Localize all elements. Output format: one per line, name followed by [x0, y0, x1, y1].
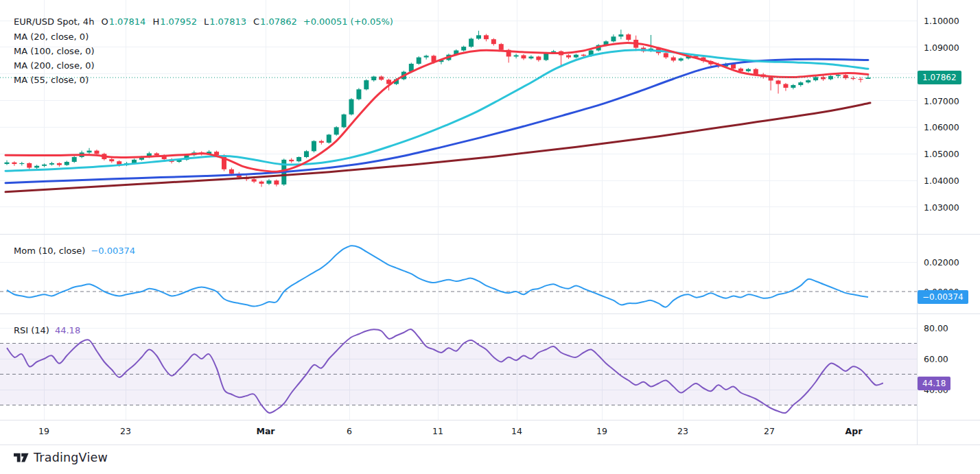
time-tick-label: 23: [677, 426, 688, 436]
time-tick-label: 23: [120, 426, 131, 436]
footer: TradingView: [0, 445, 980, 474]
axis-tick-label: 1.09000: [924, 42, 959, 52]
time-axis[interactable]: 1923Mar61114192327Apr: [0, 420, 980, 445]
rsi-value-badge: 44.18: [918, 377, 950, 390]
rsi-chart[interactable]: [0, 314, 917, 420]
momentum-value-badge: −0.00374: [918, 290, 968, 304]
time-tick-label: 19: [38, 426, 49, 436]
axis-tick-label: 80.00: [924, 323, 948, 333]
open-value: 1.07814: [109, 16, 146, 27]
time-tick-label: 19: [596, 426, 607, 436]
symbol-title: EUR/USD Spot, 4h: [14, 16, 94, 27]
time-tick-label: 14: [511, 426, 522, 436]
time-tick-label: Apr: [845, 426, 863, 436]
axis-tick-label: 0.02000: [924, 257, 959, 268]
high-value: 1.07952: [160, 16, 197, 27]
close-label: C: [253, 16, 259, 27]
tradingview-logo[interactable]: TradingView: [14, 451, 108, 464]
axis-tick-label: 60.00: [924, 354, 948, 364]
panel-separator[interactable]: [0, 313, 980, 314]
axis-tick-label: 1.07000: [924, 95, 959, 106]
main-price-chart[interactable]: [0, 0, 917, 234]
momentum-label: Mom (10, close): [14, 246, 85, 256]
symbol-legend-row[interactable]: EUR/USD Spot, 4hO1.07814H1.07952L1.07813…: [14, 16, 393, 27]
axis-tick-label: 1.05000: [924, 149, 959, 159]
momentum-value: −0.00374: [91, 246, 135, 256]
current-price-badge: 1.07862: [918, 71, 961, 84]
open-label: O: [101, 16, 108, 27]
change-value: +0.00051 (+0.05%): [303, 16, 393, 27]
low-label: L: [204, 16, 209, 27]
tradingview-chart-window: 1.100001.090001.080001.070001.060001.050…: [0, 0, 980, 474]
axis-tick-label: 1.03000: [924, 202, 959, 212]
axis-tick-label: 1.10000: [924, 16, 959, 26]
rsi-value: 44.18: [55, 325, 80, 335]
ma100-legend-row[interactable]: MA (100, close, 0): [14, 46, 94, 56]
time-tick-label: 27: [764, 426, 775, 436]
axis-tick-label: 1.06000: [924, 122, 959, 132]
ma20-legend-row[interactable]: MA (20, close, 0): [14, 32, 89, 42]
high-label: H: [152, 16, 159, 27]
ma200-legend-row[interactable]: MA (200, close, 0): [14, 60, 94, 71]
close-value: 1.07862: [260, 16, 297, 27]
time-tick-label: 11: [432, 426, 443, 436]
momentum-legend-row[interactable]: Mom (10, close)−0.00374: [14, 246, 135, 256]
ma55-legend-row[interactable]: MA (55, close, 0): [14, 75, 89, 85]
rsi-label: RSI (14): [14, 325, 49, 335]
rsi-legend-row[interactable]: RSI (14)44.18: [14, 325, 80, 335]
low-value: 1.07813: [209, 16, 246, 27]
time-tick-label: 6: [347, 426, 352, 436]
tradingview-logo-text: TradingView: [34, 451, 108, 464]
panel-separator[interactable]: [0, 234, 980, 235]
tradingview-logo-icon: [14, 453, 29, 463]
time-tick-label: Mar: [256, 426, 275, 436]
momentum-chart[interactable]: [0, 235, 917, 313]
axis-tick-label: 1.04000: [924, 176, 959, 186]
